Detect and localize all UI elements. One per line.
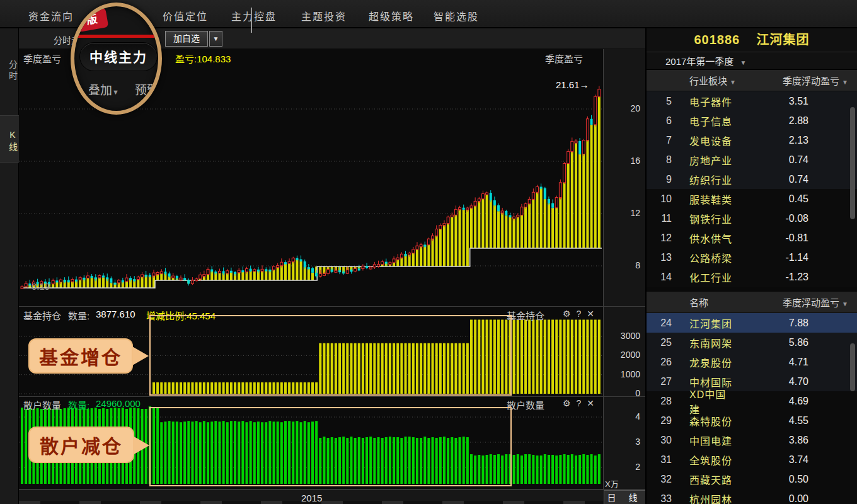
- overlay-button[interactable]: 叠加▼: [88, 81, 119, 98]
- row-value: 4.71: [733, 357, 808, 368]
- table-row[interactable]: 12供水供气-0.81: [647, 228, 857, 248]
- row-value: -1.23: [733, 272, 808, 283]
- fund-qty-label: 数量:: [68, 309, 89, 322]
- row-value: 2.88: [733, 115, 808, 127]
- table-row[interactable]: 14化工行业-1.23: [647, 267, 857, 287]
- row-name: 龙泉股份: [689, 355, 733, 370]
- table-row[interactable]: 33杭州园林0.00: [647, 489, 857, 504]
- table-row[interactable]: 32西藏天路0.50: [647, 469, 857, 489]
- menu-item-2[interactable]: 价值定位: [163, 8, 208, 23]
- callout-arrow-icon: [133, 436, 149, 455]
- row-rank: 10: [647, 193, 672, 205]
- row-rank: 28: [647, 396, 672, 407]
- table-row[interactable]: 27中材国际4.70: [647, 372, 857, 391]
- menu-item-1[interactable]: 资金流向: [28, 8, 74, 23]
- close-icon[interactable]: ✕: [587, 398, 600, 408]
- close-icon[interactable]: ✕: [587, 309, 600, 319]
- gear-icon[interactable]: ⚙: [563, 398, 577, 408]
- table-row[interactable]: 28XD中国建4.69: [647, 391, 857, 411]
- help-icon[interactable]: ?: [576, 398, 587, 408]
- table-row[interactable]: 29森特股份4.55: [647, 411, 857, 430]
- table-row[interactable]: 5电子器件3.51: [647, 91, 857, 111]
- row-value: 2.13: [733, 135, 808, 146]
- table-row[interactable]: 6电子信息2.88: [647, 111, 857, 130]
- row-name: 全筑股份: [689, 452, 733, 467]
- col-industry[interactable]: 行业板块▼: [689, 74, 736, 87]
- table-row[interactable]: 10服装鞋类0.45: [647, 189, 857, 209]
- retail-y-axis: 432: [603, 397, 645, 489]
- time-axis-bar: 2015 日 线 X万: [19, 490, 645, 504]
- scrollbar-thumb[interactable]: [850, 107, 855, 219]
- add-watchlist-dropdown-button[interactable]: ▼: [209, 31, 222, 47]
- row-rank: 27: [647, 376, 672, 387]
- row-rank: 30: [647, 435, 672, 446]
- table-row[interactable]: 26龙泉股份4.71: [647, 352, 857, 372]
- pl-value: 盈亏:104.833: [175, 52, 231, 65]
- table-row[interactable]: 9纺织行业0.74: [647, 169, 857, 189]
- col-name[interactable]: 名称: [689, 295, 708, 309]
- row-name: 杭州园林: [689, 491, 733, 504]
- row-value: 3.86: [733, 435, 808, 446]
- row-value: -1.14: [733, 252, 808, 263]
- retail-title: 散户数量: [23, 398, 61, 411]
- retail-window-controls: ⚙?✕: [563, 398, 600, 408]
- period-daily-button[interactable]: 日 线: [604, 490, 645, 504]
- row-name: 森特股份: [689, 413, 733, 428]
- main-legend-right: 季度盈亏: [545, 52, 583, 65]
- menu-divider: [251, 8, 252, 33]
- period-selector[interactable]: 2017年第一季度 ▼: [647, 52, 857, 70]
- row-value: 5.86: [733, 337, 808, 348]
- col-quarter-pl[interactable]: 季度浮动盈亏▼: [783, 295, 848, 309]
- callout-arrow-icon: [132, 346, 149, 365]
- fund-increase-callout: 基金增仓: [28, 338, 133, 374]
- table-row[interactable]: 25东南网架5.86: [647, 333, 857, 352]
- menu-item-6[interactable]: 智能选股: [434, 8, 479, 23]
- add-watchlist-button[interactable]: 加自选: [165, 31, 208, 47]
- table-row[interactable]: 24江河集团7.88: [647, 313, 857, 333]
- unit-label: X万: [605, 478, 619, 490]
- gear-icon[interactable]: ⚙: [563, 309, 577, 319]
- menu-item-5[interactable]: 超级策略: [369, 8, 414, 23]
- row-rank: 13: [647, 252, 672, 263]
- stock-code: 601886: [694, 33, 740, 47]
- table-row[interactable]: 30中国电建3.86: [647, 430, 857, 450]
- peak-price-annotation: 21.61→: [556, 79, 589, 90]
- row-value: 3.74: [733, 454, 808, 466]
- row-name: 房地产业: [689, 152, 733, 168]
- magnifier-highlight-circle: 版 中线主力 叠加▼ 预警: [71, 3, 162, 115]
- row-rank: 12: [647, 232, 672, 244]
- col-quarter-pl[interactable]: 季度浮动盈亏▼: [783, 74, 848, 87]
- sort-arrow-icon: ▼: [842, 79, 848, 86]
- row-name: 供水供气: [689, 231, 733, 246]
- table-row[interactable]: 13公路桥梁-1.14: [647, 248, 857, 267]
- y-axis-tick: 3000: [621, 331, 640, 341]
- help-icon[interactable]: ?: [576, 309, 587, 319]
- row-name: 服装鞋类: [689, 192, 733, 207]
- row-rank: 9: [647, 174, 672, 185]
- row-name: 钢铁行业: [689, 211, 733, 226]
- right-sidebar-panel: 601886 江河集团 2017年第一季度 ▼ 行业板块▼ 季度浮动盈亏▼ 5电…: [645, 28, 857, 504]
- scrollbar-thumb[interactable]: [850, 343, 855, 391]
- row-name: 发电设备: [689, 133, 733, 148]
- tab-kline[interactable]: K线: [0, 115, 19, 163]
- menu-item-4[interactable]: 主题投资: [301, 8, 347, 23]
- tab-intraday[interactable]: 分时: [0, 52, 19, 90]
- retail-qty-value: 24960.000: [96, 398, 141, 409]
- table-row[interactable]: 11钢铁行业-0.08: [647, 209, 857, 228]
- table-row[interactable]: 7发电设备2.13: [647, 130, 857, 150]
- row-name: 纺织行业: [689, 172, 733, 187]
- active-tab-underline: [71, 35, 162, 38]
- retail-decrease-callout: 散户减仓: [28, 427, 134, 463]
- chevron-down-icon: ▼: [740, 59, 747, 66]
- table-row[interactable]: 31全筑股份3.74: [647, 450, 857, 469]
- row-value: 4.70: [733, 376, 808, 387]
- sort-arrow-icon: ▼: [842, 301, 848, 307]
- midline-main-force-button[interactable]: 中线主力: [79, 42, 158, 71]
- stock-table-header: 名称 季度浮动盈亏▼: [647, 292, 857, 313]
- year-label: 2015: [301, 493, 322, 503]
- menu-item-3[interactable]: 主力控盘: [231, 8, 277, 23]
- y-axis-tick: 8: [635, 260, 640, 270]
- table-row[interactable]: 8房地产业0.74: [647, 150, 857, 169]
- row-rank: 33: [647, 493, 672, 504]
- row-value: 0.74: [733, 154, 808, 166]
